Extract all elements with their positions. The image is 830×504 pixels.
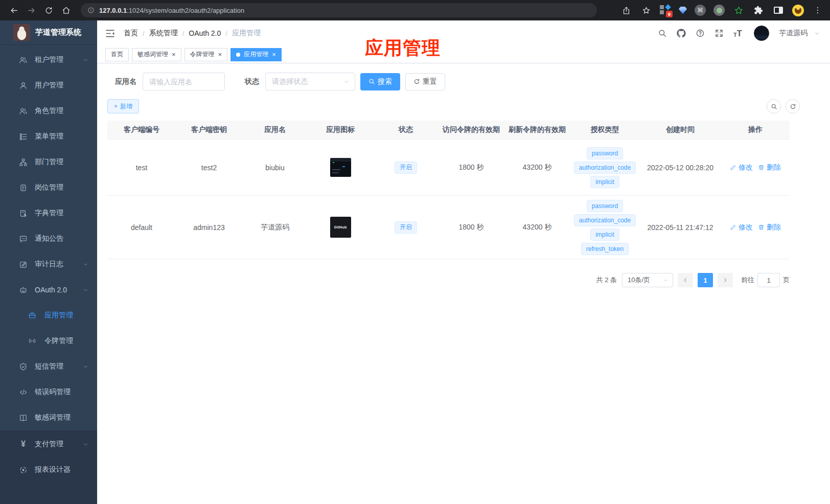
sidebar-item-oauth2[interactable]: OAuth 2.0	[0, 277, 97, 303]
tab-token[interactable]: 令牌管理 ×	[185, 48, 228, 61]
page-size-select[interactable]: 10条/页	[622, 273, 673, 287]
col-header: 客户端密钥	[176, 125, 242, 134]
sidebar-item-label: 部门管理	[35, 157, 63, 167]
toggle-search-button[interactable]	[767, 99, 781, 113]
tab-sensitive-word[interactable]: 敏感词管理 ×	[132, 48, 181, 61]
gem-extension-icon[interactable]	[679, 7, 687, 14]
status-badge: 开启	[395, 221, 417, 234]
sidebar-item-sensitive-word[interactable]: 敏感词管理	[0, 405, 97, 430]
delete-button[interactable]: 删除	[758, 163, 781, 172]
browser-reload-button[interactable]	[41, 3, 56, 18]
breadcrumb-system[interactable]: 系统管理	[149, 29, 178, 38]
search-button[interactable]: 搜索	[360, 73, 400, 90]
sidebar-collapse-icon[interactable]	[105, 28, 116, 39]
sidebar-item-notice[interactable]: 通知公告	[0, 226, 97, 251]
search-icon[interactable]	[658, 29, 667, 38]
browser-menu-icon[interactable]: ⋮	[812, 3, 824, 18]
goto-page-input[interactable]	[757, 273, 780, 287]
edit-button[interactable]: 修改	[730, 163, 753, 172]
tab-label: 敏感词管理	[137, 50, 168, 59]
share-icon[interactable]	[620, 3, 632, 18]
sidebar-item-tenant[interactable]: 租户管理	[0, 47, 97, 73]
annotation-overlay: 应用管理	[365, 36, 441, 61]
status-select[interactable]: 请选择状态	[265, 73, 355, 90]
refresh-icon	[790, 103, 796, 110]
browser-home-button[interactable]	[58, 3, 74, 18]
grant-type-tags: password authorization_code implicit ref…	[574, 200, 636, 255]
app-name-label: 应用名	[115, 77, 136, 86]
browser-back-button[interactable]	[6, 3, 21, 18]
tab-label: 令牌管理	[190, 50, 215, 59]
url-bar[interactable]: 127.0.0.1:1024/system/oauth2/oauth2/appl…	[81, 3, 597, 17]
browser-forward-button[interactable]	[24, 3, 39, 18]
app-name-input[interactable]	[143, 73, 225, 90]
robot-icon	[19, 286, 28, 294]
trash-icon	[758, 224, 765, 231]
add-button[interactable]: + 新增	[107, 99, 139, 113]
page-number-1[interactable]: 1	[698, 273, 713, 287]
cell-create-time: 2022-05-12 00:28:20	[639, 164, 721, 172]
prev-page-button[interactable]	[678, 273, 693, 287]
sidebar-item-label: 报表设计器	[35, 465, 71, 474]
sidebar-item-label: 角色管理	[35, 106, 63, 116]
sidebar-item-oauth2-token[interactable]: 令牌管理	[0, 328, 97, 354]
sidebar-item-role[interactable]: 角色管理	[0, 98, 97, 124]
add-button-label: 新增	[120, 102, 132, 111]
refresh-table-button[interactable]	[786, 99, 800, 113]
grant-type-tag: password	[587, 200, 623, 212]
user-name[interactable]: 芋道源码	[779, 29, 808, 38]
tab-home[interactable]: 首页	[105, 48, 129, 61]
command-extension-icon[interactable]: ⌘	[695, 5, 706, 16]
breadcrumb-oauth2[interactable]: OAuth 2.0	[189, 29, 221, 37]
grant-type-tag: refresh_token	[581, 243, 629, 255]
extensions-puzzle-icon[interactable]	[752, 3, 765, 18]
chevron-down-icon	[83, 57, 88, 63]
page-content: 应用名 状态 请选择状态 搜索 重置 +	[97, 63, 800, 287]
fullscreen-icon[interactable]	[714, 29, 724, 38]
help-icon[interactable]	[696, 29, 705, 38]
close-icon[interactable]: ×	[272, 51, 276, 58]
edit-button[interactable]: 修改	[730, 223, 753, 232]
green-star-extension-icon[interactable]	[732, 3, 745, 18]
sidebar-item-menu[interactable]: 菜单管理	[0, 124, 97, 149]
profile-avatar[interactable]	[792, 5, 804, 16]
breadcrumb-home[interactable]: 首页	[124, 29, 138, 38]
sidebar-item-label: 字典管理	[35, 209, 63, 218]
tab-application-active[interactable]: 应用管理 ×	[230, 48, 282, 61]
delete-button[interactable]: 删除	[758, 223, 781, 232]
sidebar-item-dict[interactable]: 字典管理	[0, 200, 97, 226]
bookmark-star-icon[interactable]	[640, 3, 652, 18]
sidebar-item-error-code[interactable]: 错误码管理	[0, 379, 97, 405]
applications-table: 客户端编号 客户端密钥 应用名 应用图标 状态 访问令牌的有效期 刷新令牌的有效…	[107, 121, 790, 259]
sidebar-item-dept[interactable]: 部门管理	[0, 149, 97, 175]
close-icon[interactable]: ×	[218, 51, 222, 58]
pen-icon	[730, 224, 736, 231]
sidebar-item-label: 菜单管理	[35, 132, 63, 141]
font-size-icon[interactable]: TT	[733, 29, 742, 38]
sidebar-item-user[interactable]: 用户管理	[0, 73, 97, 98]
recorder-extension-icon[interactable]	[713, 5, 725, 16]
shield-icon	[19, 362, 28, 371]
sidebar-item-label: 短信管理	[35, 362, 63, 371]
github-icon[interactable]	[677, 29, 686, 38]
user-avatar[interactable]	[754, 26, 769, 41]
sidebar-item-post[interactable]: 岗位管理	[0, 175, 97, 200]
search-icon	[368, 78, 375, 85]
next-page-button[interactable]	[718, 273, 733, 287]
sidebar-item-pay[interactable]: ¥ 支付管理	[0, 431, 97, 457]
breadcrumb-separator: /	[182, 30, 185, 37]
extension-grid-icon[interactable]: 9	[660, 5, 671, 16]
site-info-icon[interactable]	[87, 7, 95, 14]
sidebar-item-report-designer[interactable]: 报表设计器	[0, 457, 97, 483]
sidebar-item-audit-log[interactable]: 审计日志	[0, 251, 97, 277]
sidebar-item-oauth2-application[interactable]: 应用管理	[0, 303, 97, 328]
grant-type-tags: password authorization_code implicit	[574, 147, 636, 188]
sidebar-logo[interactable]: 芋道管理系统	[0, 20, 97, 45]
side-panel-icon[interactable]	[772, 3, 785, 18]
sidebar-item-sms[interactable]: 短信管理	[0, 354, 97, 379]
tab-label: 首页	[111, 50, 123, 59]
search-icon	[771, 103, 777, 110]
reset-button[interactable]: 重置	[405, 73, 445, 90]
close-icon[interactable]: ×	[172, 51, 176, 58]
chevron-down-icon	[83, 262, 88, 267]
